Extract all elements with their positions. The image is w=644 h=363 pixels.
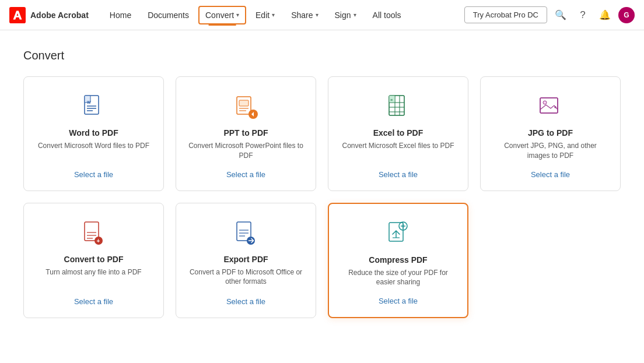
sign-chevron-icon: ▾ [354, 12, 356, 18]
avatar[interactable]: G [618, 7, 635, 23]
search-icon: 🔍 [555, 9, 566, 20]
ppt-to-pdf-icon [232, 93, 260, 121]
ppt-to-pdf-card[interactable]: PPT to PDF Convert Microsoft PowerPoint … [176, 76, 316, 191]
page-title: Convert [23, 49, 621, 62]
svg-text:≡: ≡ [390, 98, 393, 102]
convert-to-pdf-desc: Turn almost any file into a PDF [46, 267, 141, 288]
jpg-to-pdf-link[interactable]: Select a file [531, 170, 570, 179]
share-chevron-icon: ▾ [316, 12, 318, 18]
cards-row-1: W Word to PDF Convert Microsoft Word fil… [23, 76, 621, 191]
nav-item-convert[interactable]: Convert ▾ [198, 6, 246, 24]
ppt-to-pdf-link[interactable]: Select a file [226, 170, 265, 179]
excel-to-pdf-icon: ≡ [384, 93, 412, 121]
svg-rect-20 [540, 98, 558, 113]
svg-text:W: W [87, 100, 91, 104]
main-nav: Home Documents Convert ▾ Edit ▾ Share ▾ … [103, 6, 464, 24]
nav-item-edit[interactable]: Edit ▾ [249, 6, 282, 24]
export-pdf-desc: Convert a PDF to Microsoft Office or oth… [188, 267, 304, 288]
try-acrobat-button[interactable]: Try Acrobat Pro DC [464, 6, 547, 23]
convert-to-pdf-icon: + [80, 220, 108, 248]
nav-item-alltools[interactable]: All tools [366, 6, 408, 24]
excel-to-pdf-card[interactable]: ≡ Excel to PDF Convert Microsoft Excel f… [328, 76, 468, 191]
word-to-pdf-icon: W [80, 93, 108, 121]
nav-item-sign[interactable]: Sign ▾ [328, 6, 363, 24]
help-button[interactable]: ? [574, 6, 592, 24]
word-to-pdf-card[interactable]: W Word to PDF Convert Microsoft Word fil… [23, 76, 164, 191]
export-pdf-link[interactable]: Select a file [226, 297, 265, 306]
nav-item-share[interactable]: Share ▾ [284, 6, 325, 24]
compress-pdf-icon [384, 220, 412, 248]
convert-to-pdf-link[interactable]: Select a file [74, 297, 113, 306]
compress-pdf-card[interactable]: Compress PDF Reduce the size of your PDF… [328, 203, 468, 319]
compress-pdf-title: Compress PDF [369, 255, 427, 265]
ppt-to-pdf-desc: Convert Microsoft PowerPoint files to PD… [188, 141, 304, 161]
excel-to-pdf-link[interactable]: Select a file [379, 170, 418, 179]
nav-item-home[interactable]: Home [103, 6, 138, 24]
notification-button[interactable]: 🔔 [596, 6, 614, 24]
header-right: Try Acrobat Pro DC 🔍 ? 🔔 G [464, 6, 635, 24]
logo-area[interactable]: Adobe Acrobat [9, 7, 89, 23]
bell-icon: 🔔 [599, 9, 611, 20]
edit-chevron-icon: ▾ [272, 12, 275, 18]
nav-item-documents[interactable]: Documents [141, 6, 196, 24]
convert-to-pdf-title: Convert to PDF [64, 255, 124, 264]
compress-pdf-link[interactable]: Select a file [379, 297, 418, 305]
adobe-logo-icon [9, 7, 26, 23]
jpg-to-pdf-title: JPG to PDF [528, 128, 573, 138]
export-pdf-card[interactable]: Export PDF Convert a PDF to Microsoft Of… [176, 203, 316, 319]
empty-card [480, 203, 621, 319]
excel-to-pdf-desc: Convert Microsoft Excel files to PDF [342, 141, 454, 161]
jpg-to-pdf-icon [537, 93, 565, 121]
word-to-pdf-desc: Convert Microsoft Word files to PDF [38, 141, 149, 161]
main-content: Convert W Word to PDF Convert Microsoft … [0, 30, 644, 337]
logo-text: Adobe Acrobat [30, 10, 89, 20]
export-pdf-title: Export PDF [223, 255, 268, 264]
convert-to-pdf-card[interactable]: + Convert to PDF Turn almost any file in… [23, 203, 164, 319]
svg-point-22 [543, 101, 547, 104]
svg-text:+: + [96, 237, 100, 244]
cards-row-2: + Convert to PDF Turn almost any file in… [23, 203, 621, 319]
jpg-to-pdf-desc: Convert JPG, PNG, and other images to PD… [492, 141, 608, 161]
svg-rect-8 [239, 100, 249, 106]
convert-chevron-icon: ▾ [236, 12, 239, 18]
ppt-to-pdf-title: PPT to PDF [223, 128, 268, 138]
jpg-to-pdf-card[interactable]: JPG to PDF Convert JPG, PNG, and other i… [480, 76, 621, 191]
compress-pdf-desc: Reduce the size of your PDF for easier s… [341, 268, 456, 288]
word-to-pdf-link[interactable]: Select a file [74, 170, 113, 179]
word-to-pdf-title: Word to PDF [69, 128, 118, 138]
header: Adobe Acrobat Home Documents Convert ▾ E… [0, 0, 644, 30]
export-pdf-icon [232, 220, 260, 248]
excel-to-pdf-title: Excel to PDF [373, 128, 424, 138]
search-button[interactable]: 🔍 [552, 6, 569, 24]
help-icon: ? [580, 9, 585, 21]
